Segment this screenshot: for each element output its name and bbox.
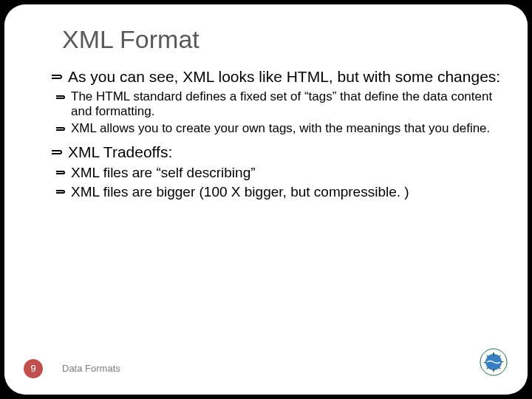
bullet-lvl2: XML files are bigger (100 X bigger, but … [56,183,507,200]
page-number-badge: 9 [24,359,43,378]
footer-label: Data Formats [62,363,120,374]
bullet-lvl1: XML Tradeoffs: [52,143,507,162]
slide: XML Format As you can see, XML looks lik… [4,4,528,395]
bullet-lvl1: As you can see, XML looks like HTML, but… [52,67,507,86]
bullet-lvl2: The HTML standard defines a fixed set of… [56,89,507,120]
bullet-group-2: XML Tradeoffs: XML files are “self descr… [52,143,507,200]
slide-content: As you can see, XML looks like HTML, but… [52,67,507,200]
epa-logo-icon [479,347,508,380]
bullet-lvl2: XML allows you to create your own tags, … [56,121,507,137]
slide-footer: 9 Data Formats [4,350,528,380]
bullet-lvl2: XML files are “self describing” [56,164,507,181]
bullet-group-1: As you can see, XML looks like HTML, but… [52,67,507,137]
slide-title: XML Format [62,25,507,54]
